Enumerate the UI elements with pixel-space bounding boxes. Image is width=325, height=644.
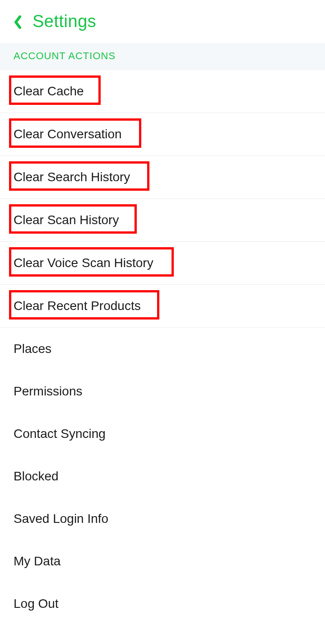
list-item-wrapper: Clear Voice Scan History [0, 242, 325, 285]
settings-item[interactable]: Clear Voice Scan History [0, 242, 325, 285]
header: Settings [0, 0, 325, 43]
settings-item-label: Log Out [14, 597, 59, 611]
settings-item-label: Clear Conversation [14, 127, 122, 141]
list-item-wrapper: Permissions [0, 370, 325, 413]
settings-list: Clear CacheClear ConversationClear Searc… [0, 70, 325, 625]
page-title: Settings [32, 12, 96, 31]
settings-item[interactable]: Contact Syncing [0, 413, 325, 455]
settings-item-label: Clear Cache [14, 84, 84, 99]
list-item-wrapper: Blocked [0, 455, 325, 498]
settings-item-label: Contact Syncing [14, 427, 106, 441]
list-item-wrapper: Clear Cache [0, 70, 325, 113]
settings-item[interactable]: Clear Recent Products [0, 285, 325, 328]
settings-item-label: Clear Recent Products [14, 299, 141, 313]
settings-item-label: Clear Voice Scan History [14, 256, 153, 270]
settings-item-label: Places [14, 342, 51, 356]
settings-item[interactable]: My Data [0, 540, 325, 583]
settings-item[interactable]: Log Out [0, 583, 325, 625]
settings-item-label: Saved Login Info [14, 512, 108, 526]
list-item-wrapper: Clear Conversation [0, 113, 325, 156]
back-chevron-icon[interactable] [14, 15, 23, 29]
settings-item[interactable]: Clear Conversation [0, 113, 325, 156]
list-item-wrapper: Log Out [0, 583, 325, 625]
settings-item[interactable]: Permissions [0, 370, 325, 413]
settings-item-label: Clear Scan History [14, 213, 119, 227]
settings-item-label: Clear Search History [14, 170, 130, 184]
list-item-wrapper: My Data [0, 540, 325, 583]
settings-item[interactable]: Clear Scan History [0, 199, 325, 242]
settings-item[interactable]: Saved Login Info [0, 498, 325, 540]
settings-item[interactable]: Clear Cache [0, 70, 325, 113]
settings-item[interactable]: Places [0, 328, 325, 370]
list-item-wrapper: Clear Scan History [0, 199, 325, 242]
list-item-wrapper: Clear Search History [0, 156, 325, 199]
settings-item[interactable]: Clear Search History [0, 156, 325, 199]
list-item-wrapper: Saved Login Info [0, 498, 325, 540]
settings-item-label: My Data [14, 554, 60, 569]
list-item-wrapper: Contact Syncing [0, 413, 325, 455]
settings-item[interactable]: Blocked [0, 455, 325, 498]
list-item-wrapper: Clear Recent Products [0, 285, 325, 328]
settings-item-label: Permissions [14, 384, 82, 399]
settings-item-label: Blocked [14, 469, 59, 484]
section-header: ACCOUNT ACTIONS [0, 43, 325, 70]
list-item-wrapper: Places [0, 328, 325, 370]
